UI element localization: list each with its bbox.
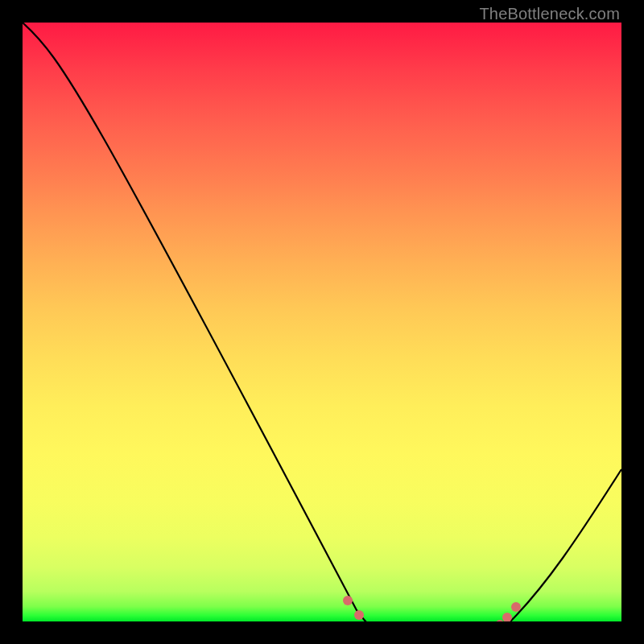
bottleneck-curve — [23, 23, 621, 621]
curve-marker — [354, 610, 364, 620]
chart-area — [23, 23, 621, 621]
watermark-text: TheBottleneck.com — [479, 5, 620, 23]
curve-marker — [502, 613, 512, 621]
bottom-markers-group — [343, 596, 521, 621]
curve-marker — [343, 596, 353, 605]
curve-marker — [511, 602, 521, 612]
bottleneck-curve-chart — [23, 23, 621, 621]
